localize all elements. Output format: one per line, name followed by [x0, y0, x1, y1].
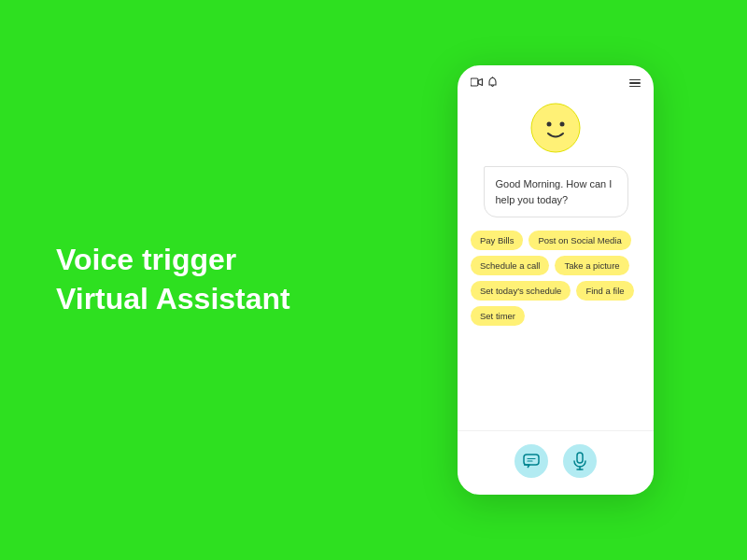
svg-rect-8 [577, 453, 583, 463]
svg-point-4 [560, 122, 565, 127]
chat-icon [523, 454, 540, 469]
svg-rect-0 [471, 78, 478, 86]
title-line1: Voice trigger [56, 241, 290, 280]
chat-bubble: Good Morning. How can I help you today? [484, 166, 628, 217]
phone-mockup: Good Morning. How can I help you today? … [458, 65, 654, 495]
menu-icon[interactable] [629, 79, 641, 88]
chip-set-schedule[interactable]: Set today's schedule [471, 281, 571, 301]
page-title: Voice trigger Virtual Assistant [56, 241, 290, 318]
chip-find-file[interactable]: Find a file [576, 281, 633, 301]
svg-point-3 [547, 122, 552, 127]
suggestion-chips: Pay Bills Post on Social Media Schedule … [469, 231, 642, 326]
svg-rect-5 [524, 455, 539, 465]
header-left-icons [471, 77, 498, 90]
svg-point-2 [531, 104, 580, 152]
mic-button[interactable] [563, 444, 597, 478]
phone-header [458, 65, 654, 95]
avatar [530, 103, 581, 157]
chip-pay-bills[interactable]: Pay Bills [471, 231, 523, 250]
chip-post-social[interactable]: Post on Social Media [529, 231, 630, 250]
chat-button[interactable] [514, 444, 548, 478]
phone-footer [458, 430, 654, 495]
chip-schedule-call[interactable]: Schedule a call [471, 256, 549, 275]
chip-take-picture[interactable]: Take a picture [555, 256, 628, 275]
video-icon [471, 77, 484, 89]
smiley-avatar-svg [530, 103, 581, 153]
chip-set-timer[interactable]: Set timer [471, 306, 525, 326]
mic-icon [573, 452, 586, 470]
chat-bubble-text: Good Morning. How can I help you today? [496, 178, 613, 205]
phone-body: Good Morning. How can I help you today? … [458, 95, 654, 430]
bell-icon [487, 77, 498, 90]
title-line2: Virtual Assistant [56, 280, 290, 319]
